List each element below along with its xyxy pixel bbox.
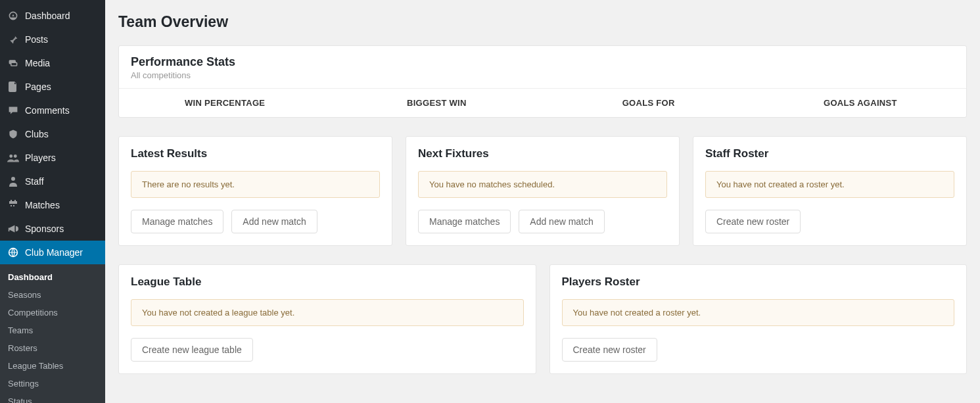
sidebar-item-matches[interactable]: Matches xyxy=(0,193,105,217)
submenu-item-seasons[interactable]: Seasons xyxy=(0,286,105,304)
stat-biggest-win: BIGGEST WIN xyxy=(331,89,542,117)
manage-matches-button[interactable]: Manage matches xyxy=(418,210,511,233)
latest-results-notice: There are no results yet. xyxy=(131,171,380,198)
pages-icon xyxy=(7,80,20,93)
sidebar-item-pages[interactable]: Pages xyxy=(0,75,105,99)
submenu-item-status[interactable]: Status xyxy=(0,392,105,403)
sidebar-item-label: Dashboard xyxy=(25,11,70,21)
svg-point-1 xyxy=(14,154,17,158)
sidebar-item-label: Media xyxy=(25,58,50,68)
staff-roster-title: Staff Roster xyxy=(693,137,966,171)
sidebar-item-label: Clubs xyxy=(25,129,49,139)
sidebar-item-comments[interactable]: Comments xyxy=(0,99,105,122)
megaphone-icon xyxy=(7,222,20,235)
league-table-notice: You have not created a league table yet. xyxy=(131,299,524,326)
submenu-item-settings[interactable]: Settings xyxy=(0,375,105,392)
admin-sidebar: Dashboard Posts Media Pages Comments Clu… xyxy=(0,0,105,403)
latest-results-title: Latest Results xyxy=(119,137,392,171)
sidebar-item-staff[interactable]: Staff xyxy=(0,170,105,193)
league-table-card: League Table You have not created a leag… xyxy=(118,264,536,374)
sidebar-item-label: Pages xyxy=(25,82,51,92)
players-roster-card: Players Roster You have not created a ro… xyxy=(549,264,968,374)
performance-title: Performance Stats xyxy=(131,55,954,69)
pin-icon xyxy=(7,33,20,46)
submenu-item-competitions[interactable]: Competitions xyxy=(0,304,105,321)
create-new-roster-button[interactable]: Create new roster xyxy=(705,210,801,233)
staff-icon xyxy=(7,175,20,188)
stat-goals-against: GOALS AGAINST xyxy=(755,89,966,117)
players-icon xyxy=(7,151,20,164)
comment-icon xyxy=(7,104,20,117)
players-roster-notice: You have not created a roster yet. xyxy=(562,299,955,326)
add-new-match-button[interactable]: Add new match xyxy=(231,210,317,233)
performance-subtitle: All competitions xyxy=(131,70,954,80)
create-new-roster-button[interactable]: Create new roster xyxy=(562,338,657,362)
dashboard-icon xyxy=(7,9,20,22)
svg-point-2 xyxy=(11,177,15,181)
sidebar-item-media[interactable]: Media xyxy=(0,51,105,75)
main-content: Team Overview Performance Stats All comp… xyxy=(105,0,980,403)
sidebar-item-players[interactable]: Players xyxy=(0,146,105,170)
next-fixtures-notice: You have no matches scheduled. xyxy=(418,171,667,198)
sidebar-item-label: Posts xyxy=(25,34,48,45)
staff-roster-card: Staff Roster You have not created a rost… xyxy=(693,136,967,246)
performance-stats-panel: Performance Stats All competitions WIN P… xyxy=(118,45,967,118)
add-new-match-button[interactable]: Add new match xyxy=(519,210,605,233)
staff-roster-notice: You have not created a roster yet. xyxy=(705,171,954,198)
submenu-item-league-tables[interactable]: League Tables xyxy=(0,357,105,375)
shield-icon xyxy=(7,128,20,141)
players-roster-title: Players Roster xyxy=(550,265,967,299)
sidebar-item-label: Matches xyxy=(25,200,60,210)
league-table-title: League Table xyxy=(119,265,536,299)
page-title: Team Overview xyxy=(118,13,967,31)
submenu-item-rosters[interactable]: Rosters xyxy=(0,339,105,357)
submenu-item-dashboard[interactable]: Dashboard xyxy=(0,268,105,286)
globe-icon xyxy=(7,246,20,259)
sidebar-item-label: Sponsors xyxy=(25,224,64,234)
sidebar-item-label: Comments xyxy=(25,105,70,116)
stat-win-percentage: WIN PERCENTAGE xyxy=(119,89,331,117)
calendar-icon xyxy=(7,199,20,212)
create-new-league-table-button[interactable]: Create new league table xyxy=(131,338,253,362)
submenu-item-teams[interactable]: Teams xyxy=(0,321,105,339)
sidebar-item-sponsors[interactable]: Sponsors xyxy=(0,217,105,241)
performance-stats-row: WIN PERCENTAGE BIGGEST WIN GOALS FOR GOA… xyxy=(119,88,966,117)
sidebar-item-club-manager[interactable]: Club Manager xyxy=(0,241,105,264)
sidebar-item-label: Staff xyxy=(25,176,44,187)
stat-goals-for: GOALS FOR xyxy=(543,89,755,117)
manage-matches-button[interactable]: Manage matches xyxy=(131,210,223,233)
media-icon xyxy=(7,57,20,70)
sidebar-submenu: Dashboard Seasons Competitions Teams Ros… xyxy=(0,264,105,403)
sidebar-item-dashboard[interactable]: Dashboard xyxy=(0,4,105,28)
latest-results-card: Latest Results There are no results yet.… xyxy=(118,136,392,246)
sidebar-item-label: Players xyxy=(25,153,56,163)
sidebar-item-clubs[interactable]: Clubs xyxy=(0,122,105,146)
sidebar-item-posts[interactable]: Posts xyxy=(0,28,105,51)
sidebar-item-label: Club Manager xyxy=(25,247,83,258)
next-fixtures-title: Next Fixtures xyxy=(406,137,679,171)
svg-point-0 xyxy=(9,154,12,158)
